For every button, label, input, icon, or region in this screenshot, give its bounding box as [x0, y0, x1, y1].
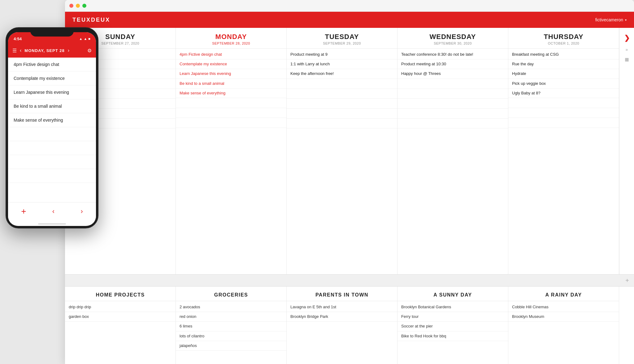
- nav-sidebar: ❯ » ▦: [619, 28, 634, 274]
- someday-task[interactable]: Bike to Red Hook for bbq: [397, 332, 508, 341]
- task-item[interactable]: Keep the afternoon free!: [287, 69, 397, 79]
- someday-task[interactable]: Brooklyn Botanical Gardens: [397, 302, 508, 312]
- task-empty[interactable]: [287, 109, 397, 119]
- task-empty[interactable]: [176, 118, 286, 128]
- someday-task[interactable]: 6 limes: [176, 322, 286, 331]
- task-empty[interactable]: [397, 79, 508, 89]
- task-empty[interactable]: [508, 118, 619, 128]
- someday-task[interactable]: Ferry tour: [397, 312, 508, 322]
- day-name-wednesday: WEDNESDAY: [401, 33, 504, 41]
- day-header-monday: MONDAY SEPTEMBER 28, 2020: [176, 28, 286, 49]
- someday-task[interactable]: garden box: [65, 312, 176, 322]
- someday-title-sunny-day: A SUNNY DAY: [401, 292, 504, 298]
- someday-task[interactable]: Lavagna on E 5th and 1st: [287, 302, 397, 312]
- someday-tasks-sunny-day: Brooklyn Botanical Gardens Ferry tour So…: [397, 301, 508, 342]
- task-item[interactable]: Be kind to a small animal: [176, 79, 286, 89]
- someday-task[interactable]: Brooklyn Museum: [508, 312, 619, 322]
- phone-next-button[interactable]: ›: [68, 48, 69, 53]
- task-empty[interactable]: [287, 79, 397, 89]
- day-date-monday: SEPTEMBER 28, 2020: [180, 41, 283, 45]
- task-empty[interactable]: [397, 119, 508, 128]
- close-button[interactable]: [69, 4, 73, 8]
- phone-task-item[interactable]: Make sense of everything: [8, 113, 96, 127]
- phone-bottom-bar: + ‹ ›: [8, 202, 96, 223]
- someday-task[interactable]: drip drip drip: [65, 302, 176, 312]
- phone-prev-button[interactable]: ‹: [20, 48, 21, 53]
- task-empty[interactable]: [176, 98, 286, 108]
- task-item[interactable]: Contemplate my existence: [176, 59, 286, 69]
- task-empty[interactable]: [176, 108, 286, 118]
- someday-header-parents-in-town: PARENTS IN TOWN: [287, 287, 397, 301]
- phone-task-empty[interactable]: [8, 141, 96, 155]
- someday-task[interactable]: lots of cilantro: [176, 332, 286, 341]
- day-column-wednesday: WEDNESDAY SEPTEMBER 30, 2020 Teacher con…: [397, 28, 508, 274]
- calendar-view-button[interactable]: ▦: [625, 57, 629, 62]
- task-empty[interactable]: [287, 89, 397, 99]
- phone-tasks-list: 4pm Fictive design chat Contemplate my e…: [8, 58, 96, 202]
- task-item[interactable]: 4pm Fictive design chat: [176, 50, 286, 59]
- someday-column-groceries: GROCERIES 2 avocados red onion 6 limes l…: [176, 287, 287, 364]
- phone-bottom-next-button[interactable]: ›: [81, 207, 83, 215]
- someday-column-sunny-day: A SUNNY DAY Brooklyn Botanical Gardens F…: [397, 287, 508, 364]
- task-item[interactable]: Product meeting at 9: [287, 50, 397, 59]
- wifi-icon: ▲: [84, 37, 87, 41]
- task-empty[interactable]: [508, 98, 619, 108]
- phone-nav-bar: ☰ ‹ MONDAY, SEPT 28 › ⚙: [8, 43, 96, 58]
- day-column-monday: MONDAY SEPTEMBER 28, 2020 4pm Fictive de…: [176, 28, 287, 274]
- next-week-button[interactable]: ❯: [624, 34, 630, 42]
- task-item[interactable]: Happy hour @ Threes: [397, 69, 508, 79]
- task-item[interactable]: Ugly Baby at 8?: [508, 89, 619, 98]
- task-item[interactable]: Rue the day: [508, 59, 619, 69]
- phone-task-empty[interactable]: [8, 127, 96, 141]
- calendar-container: SUNDAY SEPTEMBER 27, 2020 laundry at the…: [65, 28, 634, 364]
- day-header-wednesday: WEDNESDAY SEPTEMBER 30, 2020: [397, 28, 508, 49]
- day-name-thursday: THURSDAY: [512, 33, 615, 41]
- someday-task[interactable]: Brooklyn Bridge Park: [287, 312, 397, 322]
- phone-task-item[interactable]: Be kind to a small animal: [8, 99, 96, 113]
- someday-header-groceries: GROCERIES: [176, 287, 286, 301]
- task-item[interactable]: Pick up veggie box: [508, 79, 619, 89]
- hamburger-icon[interactable]: ☰: [12, 48, 17, 54]
- task-empty[interactable]: [397, 89, 508, 99]
- someday-task[interactable]: red onion: [176, 312, 286, 322]
- mobile-phone: 4:54 ▲ ▲ ■ ☰ ‹ MONDAY, SEPT 28 › ⚙ 4pm F…: [6, 27, 98, 228]
- phone-task-item[interactable]: Learn Japanese this evening: [8, 85, 96, 99]
- someday-column-home-projects: HOME PROJECTS drip drip drip garden box: [65, 287, 176, 364]
- task-empty[interactable]: [397, 99, 508, 109]
- add-someday-button[interactable]: +: [625, 277, 629, 284]
- phone-task-empty[interactable]: [8, 169, 96, 183]
- task-item[interactable]: Product meeting at 10:30: [397, 59, 508, 69]
- user-menu[interactable]: fictivecameron ▾: [595, 17, 627, 22]
- task-empty[interactable]: [287, 119, 397, 128]
- settings-icon[interactable]: ⚙: [87, 48, 92, 54]
- someday-title-home-projects: HOME PROJECTS: [69, 292, 172, 298]
- battery-icon: ■: [88, 37, 90, 41]
- scroll-indicator: [38, 223, 66, 225]
- add-task-button[interactable]: +: [21, 206, 26, 216]
- someday-task[interactable]: Cobble Hill Cinemas: [508, 302, 619, 312]
- phone-task-item[interactable]: Contemplate my existence: [8, 72, 96, 85]
- phone-task-empty[interactable]: [8, 155, 96, 169]
- task-item[interactable]: Breakfast meeting at CSG: [508, 50, 619, 59]
- phone-task-item[interactable]: 4pm Fictive design chat: [8, 58, 96, 72]
- day-header-thursday: THURSDAY OCTOBER 1, 2020: [508, 28, 619, 49]
- someday-tasks-groceries: 2 avocados red onion 6 limes lots of cil…: [176, 301, 286, 352]
- task-item[interactable]: Teacher conference 8:30! do not be late!: [397, 50, 508, 59]
- task-item[interactable]: 1:1 with Larry at lunch: [287, 59, 397, 69]
- task-item[interactable]: Hydrate: [508, 69, 619, 79]
- someday-grid: HOME PROJECTS drip drip drip garden box …: [65, 287, 634, 364]
- phone-bottom-prev-button[interactable]: ‹: [52, 207, 54, 215]
- task-empty[interactable]: [287, 99, 397, 109]
- maximize-button[interactable]: [82, 4, 86, 8]
- task-empty[interactable]: [508, 108, 619, 118]
- day-name-tuesday: TUESDAY: [290, 33, 393, 41]
- someday-title-rainy-day: A RAINY DAY: [512, 292, 615, 298]
- someday-task[interactable]: jalapeños: [176, 341, 286, 351]
- someday-task[interactable]: Soccer at the pier: [397, 322, 508, 331]
- double-next-button[interactable]: »: [626, 47, 628, 52]
- someday-task[interactable]: 2 avocados: [176, 302, 286, 312]
- minimize-button[interactable]: [76, 4, 80, 8]
- task-empty[interactable]: [397, 109, 508, 119]
- task-item[interactable]: Make sense of everything: [176, 89, 286, 98]
- task-item[interactable]: Learn Japanese this evening: [176, 69, 286, 79]
